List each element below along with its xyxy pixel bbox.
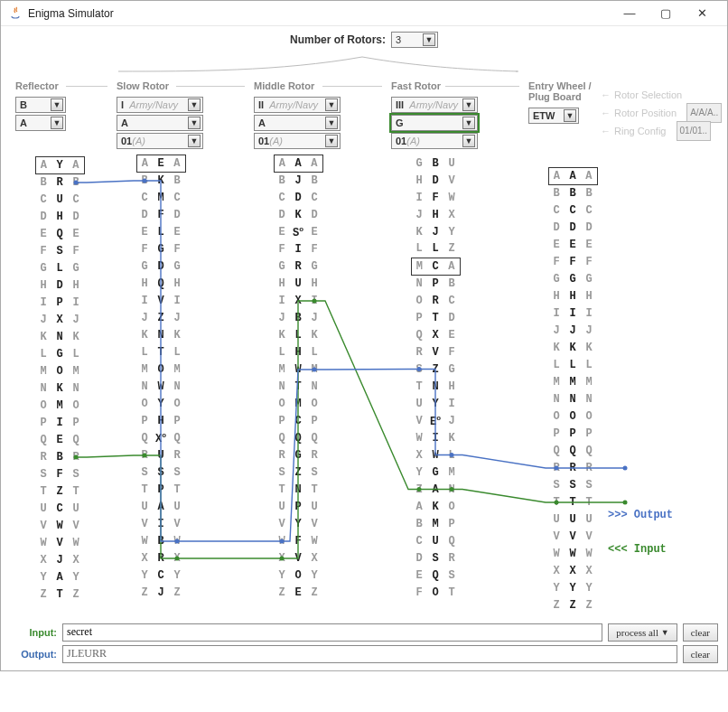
fast-rotor-select[interactable]: III Army/Navy▼: [391, 97, 478, 113]
clear-input-button[interactable]: clear: [683, 623, 718, 642]
middle-rotor-select[interactable]: II Army/Navy▼: [254, 97, 341, 113]
window-title: Enigma Simulator: [28, 7, 611, 20]
table-row: MOM: [117, 361, 205, 379]
slow-rotor-select[interactable]: I Army/Navy▼: [117, 97, 203, 113]
table-row: HHH: [528, 288, 617, 305]
table-row: IPI: [15, 295, 104, 312]
table-row: WWW: [528, 546, 617, 563]
table-row: XJX: [15, 552, 104, 569]
table-row: MCA: [391, 258, 480, 275]
chevron-down-icon: ▼: [661, 628, 669, 637]
chevron-down-icon: ▼: [325, 135, 338, 147]
table-row: NWN: [117, 379, 205, 396]
table-row: PHP: [117, 413, 205, 430]
titlebar: Enigma Simulator — ▢ ✕: [1, 1, 727, 26]
table-row: QQQ: [528, 443, 617, 460]
app-window: Enigma Simulator — ▢ ✕ Number of Rotors:…: [0, 0, 728, 671]
table-row: JJJ: [528, 323, 617, 340]
content: Number of Rotors: 3▼ Reflector B▼ A▼ AYA…: [1, 26, 727, 670]
close-button[interactable]: ✕: [684, 3, 720, 24]
table-row: HUH: [254, 276, 342, 293]
input-field[interactable]: [62, 623, 602, 642]
table-row: TZT: [15, 483, 104, 501]
table-row: TNT: [254, 482, 342, 499]
middle-table: AAABJBCDCDKDESoEFIFGRGHUHIXIJBJKLKLHLMWM…: [254, 155, 342, 602]
table-row: ZJZ: [117, 585, 205, 602]
middle-pos-select[interactable]: A▼: [254, 115, 341, 131]
chevron-down-icon: ▼: [462, 98, 475, 111]
table-row: AKO: [391, 498, 480, 515]
slow-ring-select[interactable]: 01 (A)▼: [117, 133, 203, 149]
clear-output-button[interactable]: clear: [683, 645, 718, 663]
table-row: ZZZ: [528, 597, 617, 614]
label-rotor-selection: Rotor Selection: [614, 86, 682, 104]
entry-wheel-select[interactable]: ETW▼: [528, 108, 579, 124]
table-row: FIF: [254, 241, 342, 258]
table-row: QXE: [391, 326, 480, 343]
table-row: NPB: [391, 275, 480, 292]
table-row: KNK: [15, 329, 104, 346]
table-row: VYV: [254, 516, 342, 533]
slow-pos-select[interactable]: A▼: [117, 115, 203, 131]
tag-rotor-position[interactable]: A/A/A..: [686, 103, 722, 123]
table-row: WIK: [391, 429, 480, 446]
rotor-count-select[interactable]: 3▼: [391, 32, 438, 48]
fast-table: GBUHDVIFWJHXKJYLLZMCANPBORCPTDQXERVFSZGT…: [391, 155, 480, 601]
table-row: FSF: [15, 243, 104, 260]
col-slow-title: Slow Rotor: [117, 80, 169, 91]
table-row: IXI: [254, 293, 342, 310]
table-row: MOM: [15, 363, 104, 380]
table-row: XWL: [391, 446, 480, 464]
minimize-button[interactable]: —: [611, 3, 648, 24]
chevron-down-icon: ▼: [564, 109, 576, 122]
table-row: GGG: [528, 271, 617, 288]
table-row: LLL: [528, 357, 617, 374]
table-row: CUC: [15, 192, 104, 209]
io-panel: Input: process all ▼ clear Output: clear: [10, 623, 718, 663]
table-row: VEoJ: [391, 412, 480, 429]
table-row: DHD: [15, 209, 104, 226]
reflector-pos-select[interactable]: A▼: [15, 115, 66, 131]
table-row: UYI: [391, 395, 480, 412]
output-annotation: >>> Output: [608, 509, 673, 521]
table-row: VWV: [15, 518, 104, 535]
fast-ring-select[interactable]: 01 (A)▼: [391, 133, 478, 149]
table-row: JXJ: [15, 312, 104, 329]
maximize-button[interactable]: ▢: [648, 3, 684, 24]
process-all-button[interactable]: process all ▼: [608, 623, 677, 642]
chevron-down-icon: ▼: [325, 98, 338, 111]
table-row: ZEZ: [254, 585, 342, 602]
table-row: JBJ: [254, 310, 342, 327]
col-entry-title: Entry Wheel /: [528, 80, 592, 91]
table-row: YGM: [391, 464, 480, 481]
table-row: SSS: [117, 464, 205, 482]
input-annotation: <<< Input: [608, 543, 667, 556]
table-row: RVF: [391, 343, 480, 361]
table-row: XVX: [254, 550, 342, 567]
label-ring-config: Ring Config: [614, 122, 666, 140]
table-row: VIV: [117, 516, 205, 533]
table-row: CDC: [254, 190, 342, 207]
fast-pos-select[interactable]: G▼: [391, 115, 478, 131]
table-row: SSS: [528, 477, 617, 494]
arrow-left-icon: ←: [601, 122, 611, 140]
table-row: ORC: [391, 292, 480, 309]
table-row: UPU: [254, 499, 342, 516]
table-row: KKK: [528, 340, 617, 357]
reflector-table: AYABRBCUCDHDEQEFSFGLGHDHIPIJXJKNKLGLMOMN…: [15, 156, 104, 604]
table-row: KNK: [117, 327, 205, 344]
tag-ring-config[interactable]: 01/01..: [677, 121, 712, 141]
table-row: HDH: [15, 277, 104, 295]
reflector-type-select[interactable]: B▼: [15, 97, 66, 113]
columns: Reflector B▼ A▼ AYABRBCUCDHDEQEFSFGLGHDH…: [10, 75, 718, 618]
input-label: Input:: [10, 627, 57, 638]
middle-ring-select[interactable]: 01 (A)▼: [254, 133, 341, 149]
table-row: UAU: [117, 499, 205, 516]
col-reflector: Reflector B▼ A▼ AYABRBCUCDHDEQEFSFGLGHDH…: [10, 75, 111, 618]
arrow-left-icon: ←: [601, 104, 611, 122]
table-row: CUQ: [391, 532, 480, 549]
table-row: ESoE: [254, 224, 342, 241]
col-reflector-title: Reflector: [15, 80, 59, 91]
col-fast-title: Fast Rotor: [391, 80, 441, 91]
table-row: YAY: [15, 569, 104, 586]
